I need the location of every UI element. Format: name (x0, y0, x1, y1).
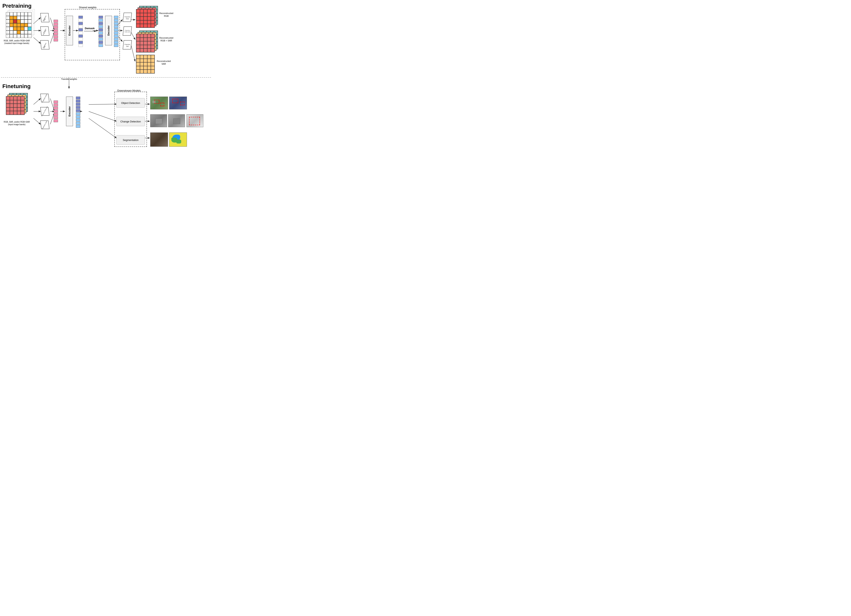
diagram-container: Pretraining RGB, SAR, and/or RGB+SAR(mas… (0, 0, 213, 154)
proj-rgb-ft: Projection RGB (39, 93, 50, 104)
thumb-change-det-1 (150, 114, 167, 127)
svg-text:Projection: Projection (125, 44, 130, 45)
svg-marker-44 (123, 27, 132, 36)
demask-arrow (84, 29, 98, 34)
downstream-models-label: Downstream Models (117, 89, 141, 92)
thumb-obj-det-2 (169, 96, 187, 110)
input-tokens-ft (54, 101, 58, 122)
svg-text:RGB: RGB (126, 18, 129, 20)
demask-out-tokens (99, 16, 103, 47)
output-tokens-pretrain (114, 16, 118, 47)
svg-line-26 (89, 111, 116, 121)
thumb-seg-1 (150, 132, 168, 147)
encoder-out-tokens (78, 16, 83, 47)
transfer-weights-label: Transfer weights (61, 78, 77, 80)
section-divider (1, 77, 211, 78)
input-grid-pretraining (6, 12, 32, 38)
object-detection-box: Object Detection (116, 98, 145, 108)
finetuning-label: Finetuning (2, 83, 30, 90)
output-tokens-ft (76, 96, 80, 128)
change-detection-box: Change Detection (116, 117, 145, 126)
svg-text:Projection: Projection (125, 30, 130, 31)
input-tokens-pretrain (54, 20, 58, 41)
thumb-change-det-3 (186, 114, 203, 127)
proj-out-sar: Projection SAR (122, 39, 133, 51)
recon-sar-grid (136, 55, 155, 74)
shared-weights-label: Shared weights (79, 6, 96, 9)
input-grid-finetuning (6, 93, 32, 119)
svg-line-27 (89, 118, 116, 138)
thumb-change-det-2 (168, 114, 185, 127)
thumb-obj-det-1 (150, 96, 168, 110)
proj-out-rgb: Projection RGB (122, 12, 133, 24)
projection-rgb-pretrain: Projection RGB (39, 12, 50, 24)
thumb-seg-2 (169, 132, 187, 147)
proj-out-rgb-sar: Projection RGB+SAR (122, 26, 133, 37)
svg-text:SAR: SAR (126, 46, 129, 47)
projection-sar-pretrain: Projection SAR (39, 39, 50, 51)
encoder-ft: Encoder (66, 96, 73, 126)
segmentation-box: Segmentation (116, 135, 145, 145)
encoder-pretrain: Encoder (66, 16, 73, 45)
input-label-pretraining: RGB, SAR, and/or RGB+SAR(masked input im… (2, 39, 32, 45)
recon-rgb-label: ReconstructedRGB (159, 12, 173, 18)
svg-text:Projection: Projection (125, 16, 130, 18)
decoder-pretrain: Decoder (105, 16, 112, 45)
input-label-finetuning: RGB, SAR, and/or RGB+SAR(input image ban… (2, 121, 32, 126)
recon-rgb-sar-label: ReconstructedRGB + SAR (159, 36, 173, 42)
recon-rgb-grid (136, 6, 158, 28)
proj-sar-ft: Projection SAR (39, 120, 50, 131)
projection-rgb-sar-pretrain: Projection RGB+SAR (39, 26, 50, 37)
svg-text:RGB+SAR: RGB+SAR (125, 32, 131, 33)
recon-rgb-sar-grid (136, 30, 158, 52)
svg-line-25 (89, 104, 116, 104)
proj-rgb-sar-ft: Projection RGB+SAR (39, 107, 50, 117)
recon-sar-label: ReconstructedSAR (157, 60, 171, 65)
pretraining-label: Pretraining (2, 3, 32, 9)
